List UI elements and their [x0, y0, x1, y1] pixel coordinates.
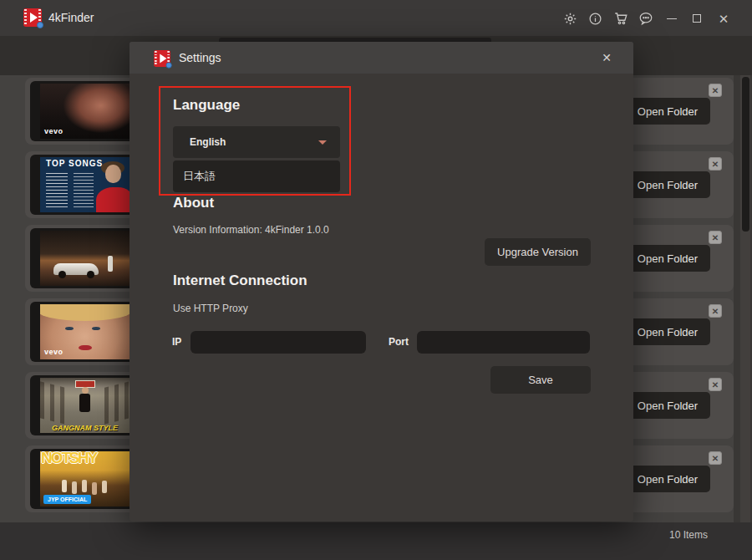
jyp-official-badge: JYP OFFICIAL: [43, 495, 91, 504]
remove-item-icon[interactable]: ✕: [709, 157, 722, 171]
port-label: Port: [389, 336, 409, 348]
video-thumbnail[interactable]: [30, 228, 135, 288]
video-thumbnail[interactable]: GANGNAM STYLE: [30, 375, 135, 435]
thumbnail-title: TOP SONGS: [46, 159, 103, 168]
app-logo-icon: [23, 8, 42, 27]
thumbnail-caption: GANGNAM STYLE: [40, 424, 130, 432]
language-option-japanese[interactable]: 日本語: [173, 160, 340, 192]
video-thumbnail[interactable]: vevo: [30, 302, 135, 362]
items-count: 10 Items: [669, 529, 708, 541]
remove-item-icon[interactable]: ✕: [709, 231, 722, 244]
app-window: 4kFinder: [0, 0, 752, 560]
about-heading: About: [173, 195, 214, 211]
language-heading: Language: [173, 97, 240, 114]
dialog-close-icon[interactable]: ✕: [598, 49, 615, 66]
video-thumbnail[interactable]: TOP SONGS: [30, 155, 135, 215]
use-http-proxy-label: Use HTTP Proxy: [173, 303, 248, 314]
language-select[interactable]: English: [173, 126, 340, 158]
ip-label: IP: [172, 336, 181, 348]
scrollbar-thumb[interactable]: [742, 77, 749, 232]
feedback-chat-icon[interactable]: [638, 10, 654, 27]
internet-connection-heading: Internet Connection: [173, 272, 307, 289]
open-folder-button[interactable]: Open Folder: [625, 245, 710, 272]
dialog-title: Settings: [179, 51, 221, 64]
maximize-icon[interactable]: [688, 10, 705, 27]
open-folder-button[interactable]: Open Folder: [625, 466, 710, 492]
app-logo-icon: [154, 50, 170, 67]
open-folder-button[interactable]: Open Folder: [625, 98, 710, 125]
remove-item-icon[interactable]: ✕: [709, 304, 722, 318]
minimize-icon[interactable]: [663, 10, 680, 27]
window-close-icon[interactable]: ✕: [715, 10, 732, 27]
remove-item-icon[interactable]: ✕: [709, 378, 722, 391]
save-button[interactable]: Save: [490, 366, 591, 394]
video-thumbnail[interactable]: vevo: [30, 81, 135, 141]
video-thumbnail[interactable]: NOT SHY JYP OFFICIAL: [30, 449, 135, 509]
remove-item-icon[interactable]: ✕: [709, 84, 722, 97]
vevo-logo: vevo: [44, 348, 64, 356]
version-info: Version Information: 4kFinder 1.0.0: [173, 224, 329, 236]
upgrade-version-button[interactable]: Upgrade Version: [485, 238, 591, 266]
title-bar: 4kFinder: [0, 0, 752, 36]
cart-icon[interactable]: [612, 10, 629, 27]
language-selected-value: English: [190, 136, 226, 148]
dialog-header: Settings ✕: [130, 42, 633, 74]
open-folder-button[interactable]: Open Folder: [625, 318, 710, 345]
ip-input[interactable]: [191, 331, 366, 354]
settings-dialog: Settings ✕ Language English 日本語 About Ve…: [130, 42, 633, 522]
open-folder-button[interactable]: Open Folder: [625, 392, 710, 419]
thumbnail-title: NOT SHY: [41, 451, 96, 467]
settings-gear-icon[interactable]: [561, 10, 578, 27]
chevron-down-icon: [318, 140, 327, 145]
remove-item-icon[interactable]: ✕: [709, 451, 722, 465]
status-bar: 10 Items: [0, 522, 752, 560]
open-folder-button[interactable]: Open Folder: [625, 171, 710, 198]
info-icon[interactable]: [587, 10, 603, 27]
vevo-logo: vevo: [44, 127, 64, 135]
app-title: 4kFinder: [48, 11, 94, 24]
port-input[interactable]: [417, 331, 590, 354]
